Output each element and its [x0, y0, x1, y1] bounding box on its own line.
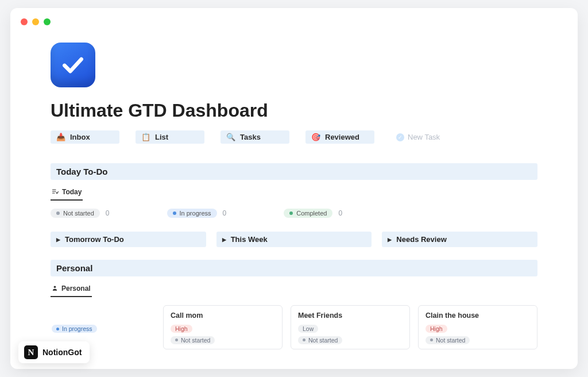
reviewed-icon: 🎯 — [311, 133, 320, 141]
tab-personal[interactable]: Personal — [51, 282, 92, 297]
task-card[interactable]: Call mom High Not started — [163, 305, 283, 349]
notion-logo-icon: N — [24, 345, 38, 359]
status-value: In progress — [62, 325, 92, 332]
nav-list[interactable]: 📋 List — [136, 130, 204, 144]
toggle-row: ▶ Tomorrow To-Do ▶ This Week ▶ Needs Rev… — [51, 232, 537, 247]
status-dot-icon — [173, 211, 176, 215]
tasks-icon: 🔍 — [226, 133, 235, 141]
status-value: Not started — [308, 337, 338, 344]
toggle-needs-review[interactable]: ▶ Needs Review — [382, 232, 537, 247]
status-pill: In progress — [167, 209, 217, 218]
watermark-label: NotionGot — [42, 348, 82, 357]
nav-label: Reviewed — [325, 133, 359, 141]
window-controls — [21, 18, 51, 25]
status-tag: Not started — [171, 336, 215, 344]
status-label: Not started — [63, 210, 94, 217]
status-dot-icon — [56, 328, 59, 330]
toggle-label: This Week — [231, 235, 268, 244]
page-title: Ultimate GTD Dashboard — [51, 100, 537, 121]
new-task-button[interactable]: ✓ New Task — [390, 130, 446, 144]
tab-label: Personal — [61, 284, 91, 293]
priority-tag: High — [171, 325, 192, 333]
today-tabs: Today — [51, 186, 537, 201]
inbox-icon: 📥 — [56, 133, 65, 141]
personal-section-header: Personal — [51, 260, 537, 276]
status-label: In progress — [180, 210, 211, 217]
status-tag: Not started — [298, 336, 342, 344]
list-icon: 📋 — [141, 133, 150, 141]
nav-label: Tasks — [240, 133, 261, 141]
priority-tag: Low — [298, 325, 318, 333]
toggle-this-week[interactable]: ▶ This Week — [216, 232, 372, 247]
triangle-right-icon: ▶ — [56, 237, 60, 243]
status-dot-icon — [175, 338, 178, 341]
svg-point-3 — [54, 286, 56, 288]
priority-tag: High — [425, 325, 447, 333]
status-count: 0 — [223, 209, 227, 217]
status-label: Completed — [296, 210, 327, 217]
status-not-started[interactable]: Not started 0 — [51, 209, 110, 218]
status-dot-icon — [430, 338, 433, 341]
list-check-icon — [52, 188, 59, 196]
triangle-right-icon: ▶ — [388, 237, 392, 243]
personal-tabs: Personal — [51, 282, 537, 297]
status-value: Not started — [181, 337, 210, 344]
personal-cards: In progress Call mom High Not started Me… — [51, 305, 537, 349]
app-logo — [51, 43, 95, 87]
status-dot-icon — [303, 338, 305, 341]
today-section-header: Today To-Do — [51, 163, 537, 180]
toggle-label: Tomorrow To-Do — [65, 235, 124, 244]
status-count: 0 — [338, 209, 342, 217]
close-window-button[interactable] — [21, 18, 28, 25]
status-pill: Not started — [51, 209, 100, 218]
tab-today[interactable]: Today — [51, 186, 83, 201]
toggle-tomorrow[interactable]: ▶ Tomorrow To-Do — [51, 232, 206, 247]
app-window: Ultimate GTD Dashboard 📥 Inbox 📋 List 🔍 … — [10, 8, 578, 369]
status-count: 0 — [106, 209, 110, 217]
nav-label: Inbox — [70, 133, 90, 141]
toggle-label: Needs Review — [396, 235, 446, 244]
nav-tasks[interactable]: 🔍 Tasks — [220, 130, 289, 144]
status-completed[interactable]: Completed 0 — [284, 209, 342, 218]
person-icon — [52, 285, 58, 293]
minimize-window-button[interactable] — [32, 18, 39, 25]
task-card[interactable]: Clain the house High Not started — [418, 305, 537, 349]
nav-label: List — [155, 133, 168, 141]
check-circle-icon: ✓ — [396, 133, 404, 141]
checkmark-icon — [60, 52, 86, 78]
new-task-label: New Task — [408, 133, 440, 141]
watermark-badge[interactable]: N NotionGot — [18, 341, 90, 363]
status-tag: Not started — [425, 336, 470, 344]
tab-label: Today — [62, 188, 82, 196]
triangle-right-icon: ▶ — [222, 237, 226, 243]
status-in-progress[interactable]: In progress 0 — [167, 209, 227, 218]
nav-reviewed[interactable]: 🎯 Reviewed — [305, 130, 374, 144]
status-pill: Completed — [284, 209, 332, 218]
today-status-row: Not started 0 In progress 0 Completed 0 — [51, 209, 537, 218]
status-tag: In progress — [52, 325, 97, 333]
maximize-window-button[interactable] — [44, 18, 51, 25]
status-value: Not started — [436, 337, 465, 344]
card-title: Clain the house — [425, 311, 530, 320]
nav-inbox[interactable]: 📥 Inbox — [51, 130, 119, 144]
card-title: Meet Friends — [298, 311, 403, 320]
nav-row: 📥 Inbox 📋 List 🔍 Tasks 🎯 Reviewed ✓ New … — [51, 130, 537, 144]
status-dot-icon — [56, 211, 60, 215]
status-dot-icon — [289, 211, 293, 215]
card-title: Call mom — [171, 311, 275, 320]
task-card[interactable]: Meet Friends Low Not started — [291, 305, 410, 349]
page-content: Ultimate GTD Dashboard 📥 Inbox 📋 List 🔍 … — [10, 8, 578, 349]
